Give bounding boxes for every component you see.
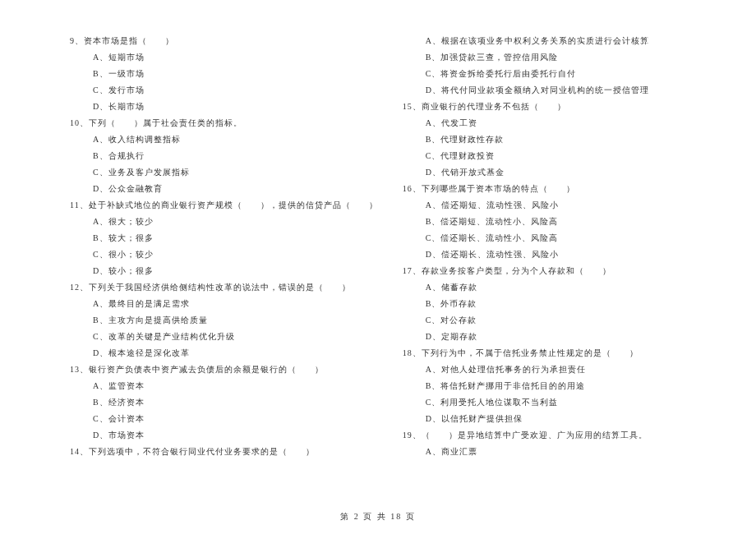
option-text: B、将信托财产挪用于非信托目的的用途 [403,378,703,394]
option-text: B、代理财政性存款 [403,131,703,148]
option-text: A、监管资本 [70,378,378,394]
question-text: 9、资本市场是指（ ） [70,33,378,49]
option-text: A、短期市场 [70,49,378,66]
question-text: 17、存款业务按客户类型，分为个人存款和（ ） [403,263,703,279]
option-text: C、业务及客户发展指标 [70,164,378,181]
option-text: A、商业汇票 [403,444,703,460]
option-text: B、主攻方向是提高供给质量 [70,312,378,329]
option-text: A、储蓄存款 [403,279,703,296]
option-text: C、对公存款 [403,312,703,329]
option-text: B、外币存款 [403,296,703,312]
page-footer: 第 2 页 共 18 页 [0,511,756,522]
question-text: 11、处于补缺式地位的商业银行资产规模（ ），提供的信贷产品（ ） [70,197,378,214]
option-text: A、最终目的是满足需求 [70,296,378,312]
option-text: C、利用受托人地位谋取不当利益 [403,394,703,411]
option-text: D、定期存款 [403,329,703,345]
option-text: C、发行市场 [70,82,378,99]
option-text: A、代发工资 [403,115,703,131]
left-column: 9、资本市场是指（ ） A、短期市场 B、一级市场 C、发行市场 D、长期市场 … [70,33,378,460]
question-text: 12、下列关于我国经济供给侧结构性改革的说法中，错误的是（ ） [70,279,378,296]
document-page: 9、资本市场是指（ ） A、短期市场 B、一级市场 C、发行市场 D、长期市场 … [0,0,756,485]
option-text: C、改革的关键是产业结构优化升级 [70,329,378,345]
option-text: B、合规执行 [70,148,378,164]
option-text: D、公众金融教育 [70,181,378,197]
option-text: C、很小；较少 [70,246,378,263]
question-text: 19、（ ）是异地结算中广受欢迎、广为应用的结算工具。 [403,427,703,444]
option-text: D、偿还期长、流动性强、风险小 [403,246,703,263]
option-text: D、长期市场 [70,99,378,115]
option-text: B、较大；很多 [70,230,378,246]
option-text: B、经济资本 [70,394,378,411]
option-text: D、将代付同业款项全额纳入对同业机构的统一授信管理 [403,82,703,99]
option-text: C、将资金拆给委托行后由委托行自付 [403,66,703,82]
right-column: A、根据在该项业务中权利义务关系的实质进行会计核算 B、加强贷款三查，管控信用风… [403,33,703,460]
question-text: 18、下列行为中，不属于信托业务禁止性规定的是（ ） [403,345,703,361]
option-text: D、以信托财产提供担保 [403,411,703,427]
question-text: 13、银行资产负债表中资产减去负债后的余额是银行的（ ） [70,361,378,378]
option-text: D、根本途径是深化改革 [70,345,378,361]
option-text: C、偿还期长、流动性小、风险高 [403,230,703,246]
option-text: A、根据在该项业务中权利义务关系的实质进行会计核算 [403,33,703,49]
option-text: C、代理财政投资 [403,148,703,164]
option-text: D、市场资本 [70,427,378,444]
question-text: 10、下列（ ）属于社会责任类的指标。 [70,115,378,131]
question-text: 14、下列选项中，不符合银行同业代付业务要求的是（ ） [70,444,378,460]
question-text: 15、商业银行的代理业务不包括（ ） [403,99,703,115]
option-text: D、代销开放式基金 [403,164,703,181]
option-text: D、较小；很多 [70,263,378,279]
option-text: B、加强贷款三查，管控信用风险 [403,49,703,66]
option-text: C、会计资本 [70,411,378,427]
option-text: A、对他人处理信托事务的行为承担责任 [403,361,703,378]
option-text: B、偿还期短、流动性小、风险高 [403,214,703,230]
option-text: B、一级市场 [70,66,378,82]
option-text: A、收入结构调整指标 [70,131,378,148]
option-text: A、偿还期短、流动性强、风险小 [403,197,703,214]
option-text: A、很大；较少 [70,214,378,230]
question-text: 16、下列哪些属于资本市场的特点（ ） [403,181,703,197]
